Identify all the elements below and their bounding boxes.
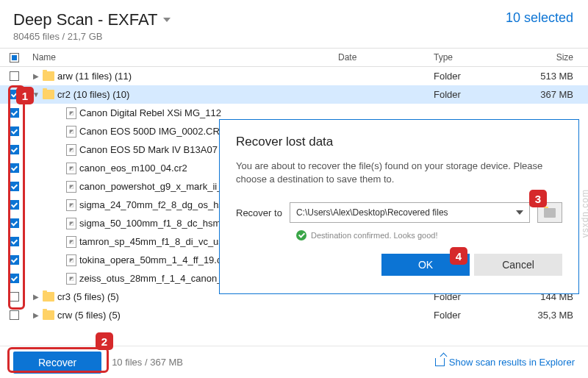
item-name: Canon Digital Rebel XSi MG_112 xyxy=(79,107,338,118)
selected-count: 10 selected xyxy=(506,10,573,26)
folder-icon xyxy=(43,310,54,320)
watermark: vsxdn.com xyxy=(580,189,588,238)
highlight-box-2 xyxy=(7,347,109,373)
folder-icon xyxy=(43,71,54,81)
badge-4: 4 xyxy=(450,247,467,265)
folder-icon xyxy=(43,292,54,302)
recover-dialog: Recover lost data You are about to recov… xyxy=(219,119,579,294)
column-size[interactable]: Size xyxy=(514,52,588,63)
check-circle-icon xyxy=(296,230,306,240)
destination-path-value: C:\Users\Alex\Desktop\Recovered files xyxy=(296,207,448,218)
destination-path-input[interactable]: C:\Users\Alex\Desktop\Recovered files xyxy=(290,202,530,223)
external-link-icon xyxy=(435,358,445,366)
expand-icon[interactable]: ▶ xyxy=(32,311,40,319)
item-type: Folder xyxy=(434,310,514,321)
item-type: Folder xyxy=(434,71,514,82)
page-title: Deep Scan - EXFAT xyxy=(13,10,157,29)
file-icon: ◩ xyxy=(66,218,76,229)
item-name: crw (5 files) (5) xyxy=(57,310,338,321)
confirmation-text: Destination confirmed. Looks good! xyxy=(311,231,437,240)
scan-summary: 80465 files / 21,7 GB xyxy=(13,31,171,42)
file-icon: ◩ xyxy=(66,163,76,174)
badge-2: 2 xyxy=(96,332,113,350)
file-icon: ◩ xyxy=(66,273,76,285)
file-icon: ◩ xyxy=(66,107,76,119)
row-checkbox[interactable] xyxy=(10,71,19,81)
file-icon: ◩ xyxy=(66,254,76,266)
item-size: 35,3 MB xyxy=(514,310,588,321)
file-icon: ◩ xyxy=(66,236,76,248)
row-checkbox[interactable] xyxy=(10,310,19,320)
item-size: 367 MB xyxy=(514,89,588,100)
badge-3: 3 xyxy=(529,190,547,207)
expand-icon[interactable]: ▶ xyxy=(32,72,40,80)
expand-icon[interactable]: ▶ xyxy=(32,293,40,301)
title-dropdown-icon[interactable] xyxy=(163,18,171,22)
file-icon: ◩ xyxy=(66,199,76,211)
column-date[interactable]: Date xyxy=(338,52,434,63)
chevron-down-icon[interactable] xyxy=(516,210,523,215)
dialog-body: You are about to recover the file(s) fou… xyxy=(236,160,562,186)
column-headers: Name Date Type Size xyxy=(0,48,588,67)
cancel-button[interactable]: Cancel xyxy=(474,254,562,276)
folder-row[interactable]: ▶crw (5 files) (5)Folder35,3 MB xyxy=(0,306,588,324)
recover-to-label: Recover to xyxy=(236,207,282,218)
folder-icon xyxy=(43,90,54,99)
footer-selection-info: 10 files / 367 MB xyxy=(112,357,183,368)
file-icon: ◩ xyxy=(66,144,76,156)
item-type: Folder xyxy=(434,89,514,100)
item-name: arw (11 files) (11) xyxy=(57,71,338,82)
dialog-title: Recover lost data xyxy=(236,135,562,149)
show-in-explorer-link[interactable]: Show scan results in Explorer xyxy=(435,357,575,368)
folder-icon xyxy=(544,208,556,218)
file-icon: ◩ xyxy=(66,181,76,193)
folder-row[interactable]: ▼cr2 (10 files) (10)Folder367 MB xyxy=(0,85,588,104)
highlight-box-1 xyxy=(8,85,25,310)
item-size: 513 MB xyxy=(514,71,588,82)
column-type[interactable]: Type xyxy=(434,52,514,63)
file-icon: ◩ xyxy=(66,126,76,138)
item-name: cr2 (10 files) (10) xyxy=(57,89,338,100)
column-name[interactable]: Name xyxy=(28,52,338,63)
select-all-checkbox[interactable] xyxy=(10,53,19,63)
badge-1: 1 xyxy=(16,87,34,104)
folder-row[interactable]: ▶arw (11 files) (11)Folder513 MB xyxy=(0,67,588,85)
